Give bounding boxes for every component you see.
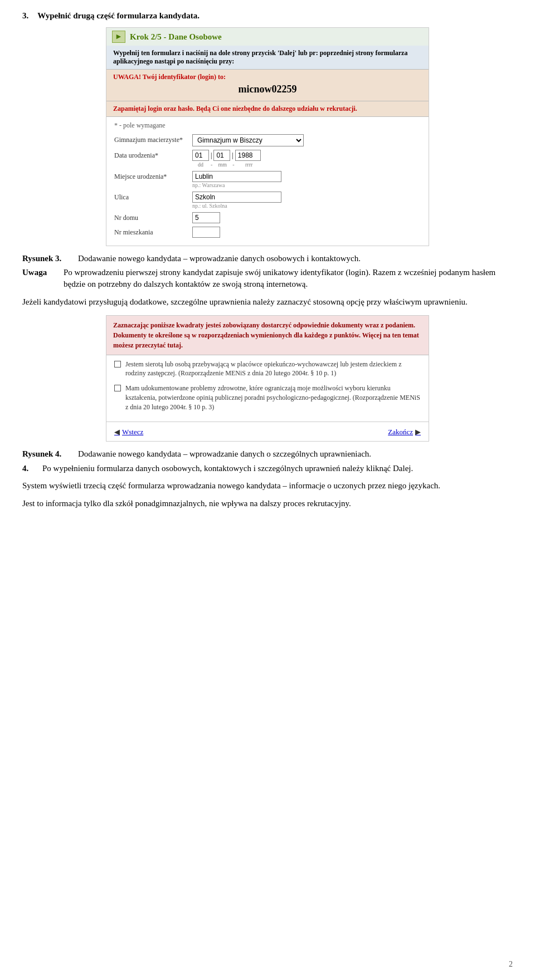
form-row-gimnazjum: Gimnazjum macierzyste* Gimnazjum w Biszc… xyxy=(114,134,421,146)
label-miejsce-urodzenia: Miejsce urodzenia* xyxy=(114,171,192,181)
date-sep-1: | xyxy=(211,151,212,160)
caption-4-text: Dodawanie nowego kandydata – wprowadzani… xyxy=(78,449,371,459)
checkbox-row-1: Jestem sierotą lub osobą przebywającą w … xyxy=(114,360,421,379)
input-dd[interactable] xyxy=(192,150,209,161)
checkbox-row-2: Mam udokumentowane problemy zdrowotne, k… xyxy=(114,384,421,411)
btn-zakoncz-label: Zakończ xyxy=(388,428,413,437)
caption-3: Rysunek 3. Dodawanie nowego kandydata – … xyxy=(22,254,513,263)
date-label-mm: mm xyxy=(214,161,231,168)
warning-text: Zaznaczając poniższe kwadraty jesteś zob… xyxy=(113,321,419,349)
input-nr-domu[interactable] xyxy=(192,212,220,223)
caption-3-text: Dodawanie nowego kandydata – wprowadzani… xyxy=(78,254,361,263)
figure-2-box: Zaznaczając poniższe kwadraty jesteś zob… xyxy=(106,315,429,442)
login-label: UWAGA! Twój identyfikator (login) to: xyxy=(113,73,226,81)
btn-wstecz[interactable]: ◀ Wstecz xyxy=(114,428,143,437)
required-note: * - pole wymagane xyxy=(114,121,421,130)
hint-miejsce-urodzenia: np.: Warszawa xyxy=(192,182,421,188)
btn-zakoncz[interactable]: Zakończ ▶ xyxy=(388,428,421,437)
input-nr-mieszkania[interactable] xyxy=(192,227,220,238)
section-number-4: 4. xyxy=(22,464,33,473)
info-text: Wypełnij ten formularz i naciśnij na dol… xyxy=(113,49,407,65)
login-bar: UWAGA! Twój identyfikator (login) to: mi… xyxy=(106,70,429,101)
form-row-ulica: Ulica np.: ul. Szkolna xyxy=(114,192,421,209)
field-ulica: np.: ul. Szkolna xyxy=(192,192,421,209)
arrow-right-icon: ▶ xyxy=(415,428,421,437)
warning-box: Zaznaczając poniższe kwadraty jesteś zob… xyxy=(106,316,429,355)
figure-1-header: ► Krok 2/5 - Dane Osobowe xyxy=(106,28,429,46)
para-1: Jeżeli kandydatowi przysługują dodatkowe… xyxy=(22,296,513,308)
checkbox-section: Jestem sierotą lub osobą przebywającą w … xyxy=(106,355,429,422)
login-value: micnow02259 xyxy=(113,81,422,97)
label-nr-mieszkania: Nr mieszkania xyxy=(114,227,192,237)
field-miejsce-urodzenia: np.: Warszawa xyxy=(192,171,421,188)
label-data-urodzenia: Data urodzenia* xyxy=(114,150,192,160)
figure-1-box: ► Krok 2/5 - Dane Osobowe Wypełnij ten f… xyxy=(106,27,429,246)
input-miejsce-urodzenia[interactable] xyxy=(192,171,281,182)
para-2: System wyświetli trzecią część formularz… xyxy=(22,479,513,492)
checkbox-2-text: Mam udokumentowane problemy zdrowotne, k… xyxy=(125,384,421,411)
uwaga-text: Po wprowadzeniu pierwszej strony kandyda… xyxy=(64,267,513,290)
label-gimnazjum: Gimnazjum macierzyste* xyxy=(114,134,192,144)
section-number-3: 3. xyxy=(22,11,28,21)
form-row-nr-mieszkania: Nr mieszkania xyxy=(114,227,421,238)
nav-buttons: ◀ Wstecz Zakończ ▶ xyxy=(106,422,429,441)
checkbox-2[interactable] xyxy=(114,385,121,391)
save-reminder-text: Zapamiętaj login oraz hasło. Będą Ci one… xyxy=(113,105,357,112)
info-bar: Wypełnij ten formularz i naciśnij na dol… xyxy=(106,46,429,70)
arrow-left-icon: ◀ xyxy=(114,428,120,437)
date-label-dd: dd xyxy=(192,161,209,168)
date-sep-2: | xyxy=(232,151,233,160)
uwaga-label: Uwaga xyxy=(22,267,56,290)
field-gimnazjum: Gimnazjum w Biszczy xyxy=(192,134,421,146)
section-4-row: 4. Po wypełnieniu formularza danych osob… xyxy=(22,462,513,475)
para-3: Jest to informacja tylko dla szkół ponad… xyxy=(22,497,513,510)
label-nr-domu: Nr domu xyxy=(114,212,192,222)
input-mm[interactable] xyxy=(213,150,230,161)
checkbox-1[interactable] xyxy=(114,361,121,367)
form-body: * - pole wymagane Gimnazjum macierzyste*… xyxy=(106,117,429,246)
caption-4: Rysunek 4. Dodawanie nowego kandydata – … xyxy=(22,449,513,459)
field-nr-domu xyxy=(192,212,421,223)
field-data-urodzenia: | | dd - mm - rrrr xyxy=(192,150,421,168)
form-row-data-urodzenia: Data urodzenia* | | dd - mm - rrrr xyxy=(114,150,421,168)
uwaga-row: Uwaga Po wprowadzeniu pierwszej strony k… xyxy=(22,267,513,290)
input-ulica[interactable] xyxy=(192,192,281,203)
section-4-text: Po wypełnieniu formularza danych osobowy… xyxy=(42,462,413,475)
hint-ulica: np.: ul. Szkolna xyxy=(192,203,421,209)
label-ulica: Ulica xyxy=(114,192,192,202)
field-nr-mieszkania xyxy=(192,227,421,238)
input-yyyy[interactable] xyxy=(235,150,261,161)
step-title: Krok 2/5 - Dane Osobowe xyxy=(130,32,222,42)
save-reminder: Zapamiętaj login oraz hasło. Będą Ci one… xyxy=(106,101,429,117)
date-label-yyyy: rrrr xyxy=(236,161,262,168)
btn-wstecz-label: Wstecz xyxy=(122,428,143,437)
section-3-heading: Wypełnić drugą część formularza kandydat… xyxy=(37,11,200,21)
select-gimnazjum[interactable]: Gimnazjum w Biszczy xyxy=(192,134,304,146)
caption-4-label: Rysunek 4. xyxy=(22,449,72,459)
step-arrow-icon: ► xyxy=(112,31,125,43)
caption-3-label: Rysunek 3. xyxy=(22,254,72,263)
form-row-nr-domu: Nr domu xyxy=(114,212,421,223)
checkbox-1-text: Jestem sierotą lub osobą przebywającą w … xyxy=(125,360,421,379)
form-row-miejsce-urodzenia: Miejsce urodzenia* np.: Warszawa xyxy=(114,171,421,188)
